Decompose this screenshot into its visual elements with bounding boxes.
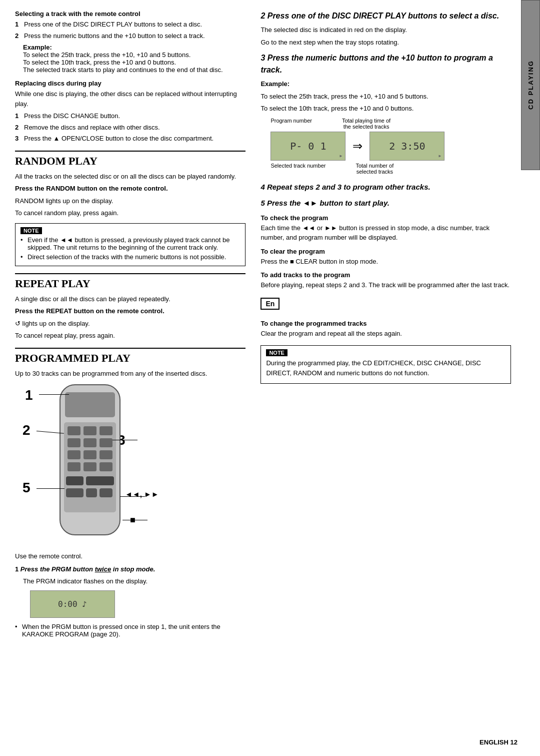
- diagram-arrow: ⇒: [352, 139, 362, 153]
- step3-example-line1: To select the 25th track, press the +10,…: [260, 92, 511, 102]
- to-clear-title: To clear the program: [260, 248, 511, 255]
- display-diagram: Program number Total playing time ofthe …: [260, 118, 450, 175]
- display-left: P- 0 1 ▶: [270, 132, 346, 161]
- line-1: [39, 394, 69, 395]
- list-item: 1Press the DISC CHANGE button.: [15, 111, 246, 121]
- svg-rect-6: [68, 438, 80, 447]
- step1-text: 1 Press the PRGM button twice in stop mo…: [15, 564, 246, 574]
- en-box-right: En: [260, 298, 280, 310]
- arrows-label: ◄◄, ►►: [125, 490, 159, 498]
- page-number: ENGLISH 12: [480, 738, 518, 746]
- selecting-track-title: Selecting a track with the remote contro…: [15, 10, 246, 18]
- num-label-2: 2: [22, 422, 30, 438]
- programmed-note-box: NOTE During the programmed play, the CD …: [260, 345, 511, 384]
- svg-rect-10: [84, 450, 96, 459]
- list-item: 2Remove the discs and replace with other…: [15, 123, 246, 133]
- right-column: 2 Press one of the DISC DIRECT PLAY butt…: [256, 10, 511, 746]
- svg-rect-11: [100, 450, 112, 459]
- step4-header: 4 Repeat steps 2 and 3 to program other …: [260, 182, 511, 193]
- side-tab-label: CD PLAYING: [527, 61, 534, 110]
- to-add-section: To add tracks to the program Before play…: [260, 271, 511, 290]
- line-arrows: [120, 496, 145, 497]
- diagram-top-left-label: Program number: [270, 118, 312, 130]
- svg-rect-14: [100, 462, 112, 471]
- step2-header: 2 Press one of the DISC DIRECT PLAY butt…: [260, 10, 511, 22]
- svg-rect-5: [100, 426, 112, 435]
- section-replacing-discs: Replacing discs during play While one di…: [15, 80, 246, 144]
- display-right: 2 3:50 ▶: [370, 132, 444, 161]
- to-clear-section: To clear the program Press the ■ CLEAR b…: [260, 248, 511, 267]
- content-area: Selecting a track with the remote contro…: [0, 0, 521, 756]
- to-change-title: To change the programmed tracks: [260, 320, 511, 327]
- num-label-5: 5: [22, 480, 30, 496]
- left-column: Selecting a track with the remote contro…: [15, 10, 256, 746]
- to-add-text: Before playing, repeat steps 2 and 3. Th…: [260, 280, 511, 290]
- num-label-1: 1: [25, 387, 33, 403]
- step5-header: 5 Press the ◄► button to start play.: [260, 198, 511, 209]
- to-change-text: Clear the program and repeat all the ste…: [260, 329, 511, 339]
- svg-rect-12: [68, 462, 80, 471]
- line-3: [112, 440, 138, 440]
- diagram-top-right-label: Total playing time ofthe selected tracks: [342, 118, 390, 130]
- svg-rect-19: [100, 488, 112, 497]
- to-clear-text: Press the ■ CLEAR button in stop mode.: [260, 257, 511, 267]
- replacing-discs-title: Replacing discs during play: [15, 80, 246, 87]
- note-bullet-2: • Direct selection of the tracks with th…: [20, 253, 240, 261]
- to-check-title: To check the program: [260, 214, 511, 222]
- step3: 3 Press the numeric buttons and the +10 …: [260, 52, 511, 114]
- random-note-box: NOTE • Even if the ◄◄ button is pressed,…: [15, 223, 246, 266]
- to-change-section: To change the programmed tracks Clear th…: [260, 320, 511, 339]
- section-selecting-track: Selecting a track with the remote contro…: [15, 10, 246, 74]
- to-check-text: Each time the ◄◄ or ►► button is pressed…: [260, 223, 511, 243]
- prgm-display: 0:00 ♪: [30, 590, 115, 618]
- step2: 2 Press one of the DISC DIRECT PLAY butt…: [260, 10, 511, 47]
- step3-header: 3 Press the numeric buttons and the +10 …: [260, 52, 511, 76]
- page: CD PLAYING Selecting a track with the re…: [0, 0, 540, 756]
- svg-rect-16: [86, 476, 114, 485]
- note-text: During the programmed play, the CD EDIT/…: [266, 358, 506, 378]
- svg-rect-8: [100, 438, 112, 447]
- line-5: [36, 488, 64, 489]
- svg-rect-9: [68, 450, 80, 459]
- note-label: NOTE: [266, 349, 288, 356]
- step3-example-label: Example:: [260, 79, 511, 89]
- random-play-title: RANDOM PLAY: [15, 151, 246, 168]
- replacing-steps: 1Press the DISC CHANGE button. 2Remove t…: [15, 111, 246, 144]
- svg-rect-18: [86, 488, 97, 497]
- step2-line1: The selected disc is indicated in red on…: [260, 25, 511, 35]
- diagram-bottom-right-label: Total number ofselected tracks: [356, 163, 394, 175]
- svg-rect-3: [68, 426, 80, 435]
- list-item: 2Press the numeric buttons and the +10 b…: [15, 31, 246, 41]
- svg-rect-4: [84, 426, 96, 435]
- step1-subtext: The PRGM indicator flashes on the displa…: [23, 576, 246, 586]
- svg-rect-7: [84, 438, 96, 447]
- programmed-play-title: PROGRAMMED PLAY: [15, 348, 246, 365]
- svg-rect-13: [84, 462, 96, 471]
- side-tab: CD PLAYING: [521, 0, 540, 170]
- line-square: [122, 520, 148, 520]
- svg-rect-15: [66, 476, 84, 485]
- list-item: 1Press one of the DISC DIRECT PLAY butto…: [15, 20, 246, 30]
- step3-example-line2: To select the 10th track, press the +10 …: [260, 104, 511, 114]
- remote-svg: [50, 382, 130, 542]
- list-item: 3Press the ▲ OPEN/CLOSE button to close …: [15, 134, 246, 144]
- repeat-play-title: REPEAT PLAY: [15, 273, 246, 290]
- to-check-section: To check the program Each time the ◄◄ or…: [260, 214, 511, 243]
- prgm-note: • When the PRGM button is pressed once i…: [15, 623, 246, 638]
- selecting-track-steps: 1Press one of the DISC DIRECT PLAY butto…: [15, 20, 246, 41]
- note-bullet-1: • Even if the ◄◄ button is pressed, a pr…: [20, 236, 240, 251]
- diagram-bottom-left-label: Selected track number: [270, 163, 326, 175]
- remote-caption: Use the remote control.: [15, 551, 246, 561]
- svg-rect-17: [66, 488, 84, 497]
- step2-line2: Go to the next step when the tray stops …: [260, 38, 511, 48]
- to-add-title: To add tracks to the program: [260, 271, 511, 279]
- remote-control-diagram: 1 2 3 5 ◄◄, ►► ■: [15, 382, 185, 547]
- svg-rect-1: [65, 392, 115, 417]
